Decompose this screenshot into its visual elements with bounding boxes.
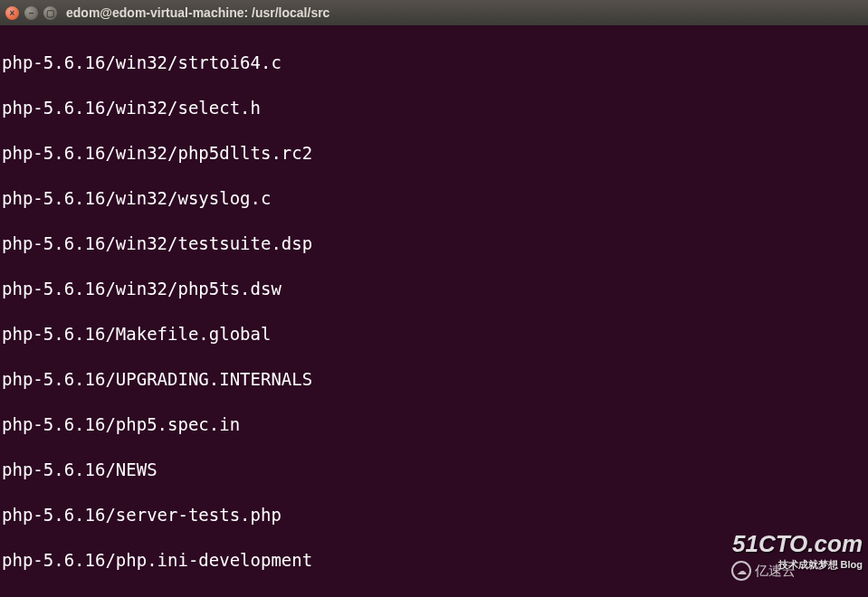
minimize-icon[interactable]: – bbox=[24, 6, 38, 20]
output-line: php-5.6.16/win32/select.h bbox=[2, 97, 866, 119]
close-icon[interactable]: × bbox=[5, 6, 19, 20]
maximize-icon[interactable]: ▢ bbox=[43, 6, 57, 20]
output-line: php-5.6.16/win32/php5ts.dsw bbox=[2, 278, 866, 300]
output-line: php-5.6.16/NEWS bbox=[2, 459, 866, 481]
output-line: php-5.6.16/win32/testsuite.dsp bbox=[2, 232, 866, 255]
output-line: php-5.6.16/win32/wsyslog.c bbox=[2, 187, 866, 210]
output-line: php-5.6.16/server-tests.php bbox=[2, 504, 866, 526]
window-titlebar: × – ▢ edom@edom-virtual-machine: /usr/lo… bbox=[0, 0, 868, 25]
output-line: php-5.6.16/Makefile.global bbox=[2, 323, 866, 346]
window-title: edom@edom-virtual-machine: /usr/local/sr… bbox=[66, 5, 329, 20]
terminal-output[interactable]: php-5.6.16/win32/strtoi64.c php-5.6.16/w… bbox=[0, 25, 868, 597]
output-line: php-5.6.16/php.ini-development bbox=[2, 549, 866, 572]
output-line: php-5.6.16/UPGRADING.INTERNALS bbox=[2, 368, 866, 391]
output-line: php-5.6.16/php5.spec.in bbox=[2, 413, 866, 436]
output-line: php-5.6.16/win32/php5dllts.rc2 bbox=[2, 142, 866, 165]
output-line: php-5.6.16/win32/strtoi64.c bbox=[2, 52, 866, 74]
window-controls: × – ▢ bbox=[5, 6, 57, 20]
